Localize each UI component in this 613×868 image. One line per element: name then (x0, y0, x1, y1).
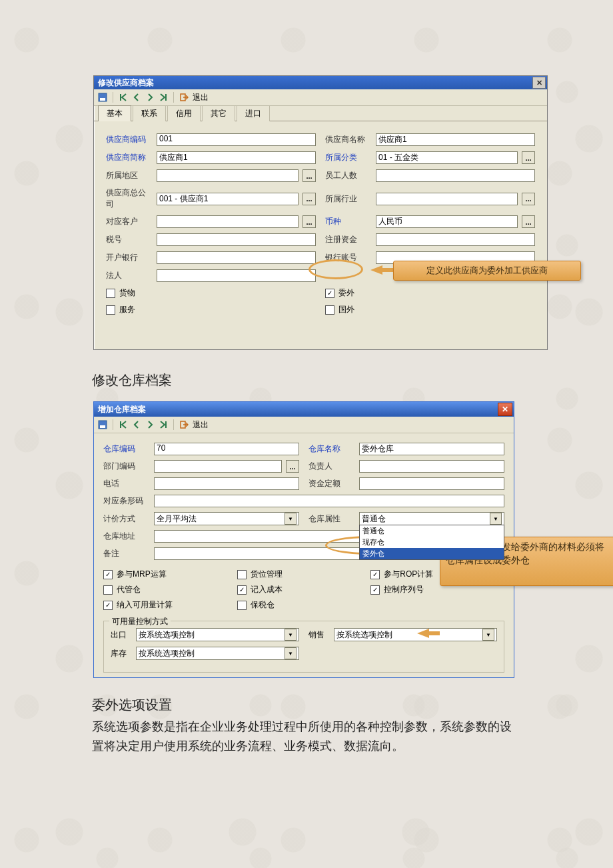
vendor-name-label: 供应商名称 (325, 134, 372, 145)
foreign-checkbox[interactable] (325, 305, 334, 315)
attr-option-outsource[interactable]: 委外仓 (360, 548, 504, 559)
bonded-checkbox[interactable] (237, 601, 247, 610)
exit-icon[interactable] (179, 93, 189, 102)
vendor-class-input[interactable]: 01 - 五金类 (376, 151, 518, 164)
industry-input[interactable] (376, 193, 518, 205)
nav-prev-icon[interactable] (132, 93, 141, 102)
region-lookup[interactable]: ... (303, 169, 316, 182)
tab-contact[interactable]: 联系 (133, 105, 166, 121)
dialog2-titlebar: 增加仓库档案 ✕ (94, 402, 514, 417)
loc-checkbox[interactable] (237, 570, 247, 579)
whname-label: 仓库名称 (308, 443, 355, 455)
vendor-name-input[interactable]: 供应商1 (376, 133, 535, 146)
loc-label: 货位管理 (251, 569, 283, 580)
nav-last-icon[interactable] (159, 93, 168, 102)
goods-checkbox[interactable] (106, 289, 115, 298)
cost-label: 记入成本 (251, 584, 283, 595)
hq-lookup[interactable]: ... (303, 193, 316, 205)
tab-import[interactable]: 进口 (237, 105, 270, 121)
dialog2-close-button[interactable]: ✕ (498, 403, 512, 416)
close-button[interactable]: ✕ (532, 77, 546, 89)
currency-label: 币种 (325, 216, 372, 227)
heading-modify-warehouse: 修改仓库档案 (92, 371, 172, 389)
add-warehouse-dialog: 增加仓库档案 ✕ 退出 仓库编码 70 仓库名称 委外仓库 部门编码 (93, 401, 514, 678)
nav-first-icon[interactable] (119, 420, 128, 429)
out-select[interactable]: 按系统选项控制 ▼ (136, 628, 299, 641)
cust-input[interactable] (157, 215, 299, 228)
barcode-label: 对应条形码 (103, 495, 150, 507)
whcode-input[interactable]: 70 (154, 443, 299, 455)
stock-select[interactable]: 按系统选项控制 ▼ (136, 647, 299, 660)
serial-checkbox[interactable]: ✓ (370, 585, 380, 595)
nav-prev-icon[interactable] (132, 420, 141, 429)
bank-input[interactable] (157, 251, 316, 264)
fieldset-legend: 可用量控制方式 (109, 616, 171, 627)
exit-icon[interactable] (179, 420, 189, 429)
out-label: 出口 (111, 629, 132, 641)
legal-input[interactable] (157, 269, 316, 282)
vendor-short-input[interactable]: 供应商1 (157, 151, 316, 164)
dept-lookup[interactable]: ... (286, 460, 299, 473)
outsource-checkbox[interactable]: ✓ (325, 289, 334, 298)
save-icon[interactable] (98, 93, 107, 102)
owner-input[interactable] (359, 460, 504, 473)
currency-lookup[interactable]: ... (522, 215, 535, 228)
phone-input[interactable] (154, 477, 299, 490)
industry-lookup[interactable]: ... (522, 193, 535, 205)
vendor-class-lookup[interactable]: ... (522, 151, 535, 164)
dropdown-icon[interactable]: ▼ (285, 513, 297, 525)
mrp-checkbox[interactable]: ✓ (103, 570, 113, 579)
employees-input[interactable] (376, 169, 535, 182)
cost-checkbox[interactable]: ✓ (237, 585, 247, 595)
sale-select[interactable]: 按系统选项控制 ▼ (334, 628, 497, 641)
nav-first-icon[interactable] (119, 93, 128, 102)
whcode-label: 仓库编码 (103, 443, 150, 455)
remark-label: 备注 (103, 548, 150, 559)
vendor-code-input[interactable]: 001 (157, 133, 316, 146)
attr-option-stock[interactable]: 现存仓 (360, 537, 504, 548)
hq-input[interactable]: 001 - 供应商1 (157, 193, 299, 205)
addr-label: 仓库地址 (103, 531, 150, 542)
region-label: 所属地区 (106, 170, 153, 181)
tab-credit[interactable]: 信用 (167, 105, 201, 121)
sale-label: 销售 (308, 629, 330, 641)
service-checkbox[interactable] (106, 305, 115, 315)
barcode-input[interactable] (154, 495, 504, 507)
attr-option-normal[interactable]: 普通仓 (360, 525, 504, 537)
exit-label[interactable]: 退出 (193, 92, 209, 103)
service-label: 服务 (119, 304, 135, 315)
employees-label: 员工人数 (325, 170, 372, 181)
consign-checkbox[interactable] (103, 585, 113, 595)
goods-label: 货物 (119, 287, 135, 299)
nav-last-icon[interactable] (159, 420, 168, 429)
foreign-label: 国外 (338, 304, 354, 315)
whname-input[interactable]: 委外仓库 (359, 443, 504, 455)
legal-label: 法人 (106, 270, 153, 281)
dropdown-icon[interactable]: ▼ (285, 629, 297, 641)
dropdown-icon[interactable]: ▼ (490, 513, 502, 525)
tab-basic[interactable]: 基本 (98, 105, 131, 121)
warehouse-attr-select[interactable]: 普通仓 ▼ 普通仓 现存仓 委外仓 (359, 512, 504, 525)
save-icon[interactable] (98, 420, 107, 429)
nav-next-icon[interactable] (145, 93, 155, 102)
exit-label2[interactable]: 退出 (193, 419, 209, 431)
rop-checkbox[interactable]: ✓ (370, 570, 380, 579)
nav-next-icon[interactable] (145, 420, 155, 429)
tax-label: 税号 (106, 234, 153, 245)
tab-other[interactable]: 其它 (202, 105, 235, 121)
dropdown-icon[interactable]: ▼ (285, 647, 297, 659)
attr-label: 仓库属性 (308, 513, 355, 525)
region-input[interactable] (157, 169, 299, 182)
edit-vendor-dialog: 修改供应商档案 ✕ 退出 基本 联系 信用 其它 进口 供应商编码 (93, 75, 548, 350)
form-basic: 供应商编码 001 供应商名称 供应商1 供应商简称 供应商1 所属分类 01 … (94, 121, 547, 322)
mrp-label: 参与MRP运算 (117, 569, 167, 580)
fund-input[interactable] (359, 477, 504, 490)
cust-lookup[interactable]: ... (303, 215, 316, 228)
tax-input[interactable] (157, 233, 316, 246)
dropdown-icon[interactable]: ▼ (482, 629, 494, 641)
pricing-select[interactable]: 全月平均法 ▼ (154, 512, 299, 525)
regcap-input[interactable] (376, 233, 535, 246)
currency-input[interactable]: 人民币 (376, 215, 518, 228)
dept-input[interactable] (154, 460, 282, 473)
avail-checkbox[interactable]: ✓ (103, 601, 113, 610)
